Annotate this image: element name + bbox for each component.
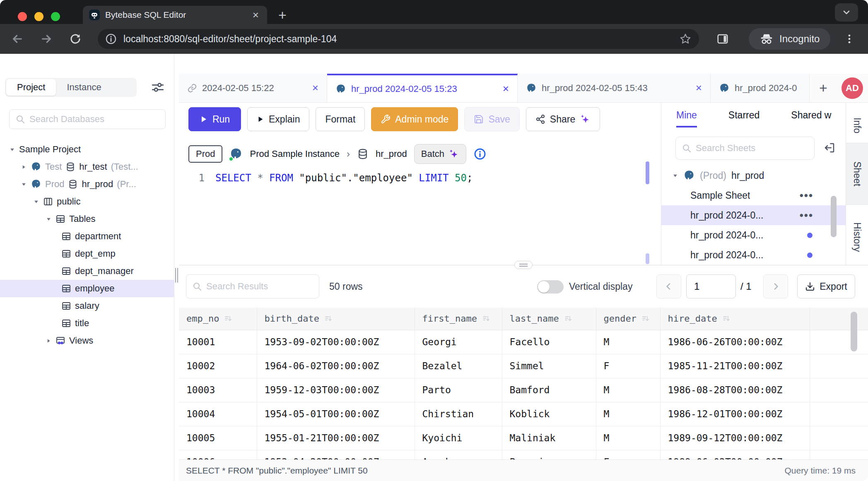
table-cell[interactable]: 10004 <box>179 402 257 426</box>
batch-button[interactable]: Batch <box>414 144 466 164</box>
side-panel-icon[interactable] <box>716 33 729 45</box>
minimize-window-button[interactable] <box>34 12 43 21</box>
splitter-drag-handle[interactable] <box>514 261 533 269</box>
prev-page-button[interactable] <box>656 274 681 298</box>
close-window-button[interactable] <box>18 12 27 21</box>
sort-icon[interactable] <box>722 315 731 323</box>
more-menu-icon[interactable]: ••• <box>800 189 813 202</box>
add-sheet-tab-button[interactable]: + <box>814 74 833 102</box>
close-sheet-tab-icon[interactable]: × <box>692 82 702 94</box>
sort-icon[interactable] <box>224 315 232 323</box>
sheet-tab-1[interactable]: 2024-02-05 15:22 × <box>179 74 327 102</box>
tab-search-button[interactable] <box>835 3 858 22</box>
site-info-icon[interactable] <box>105 33 117 45</box>
caret-down-icon[interactable] <box>21 181 27 188</box>
search-results-field[interactable] <box>206 281 313 292</box>
sheet-tab-3[interactable]: hr_prod 2024-02-05 15:43 × <box>518 74 711 102</box>
sort-icon[interactable] <box>641 315 650 323</box>
table-cell[interactable]: M <box>596 402 660 426</box>
tab-mine[interactable]: Mine <box>676 110 697 127</box>
table-cell[interactable]: Parto <box>415 378 502 402</box>
connection-info-icon[interactable] <box>473 147 487 161</box>
column-header[interactable]: birth_date <box>257 308 415 330</box>
table-cell[interactable]: 1964-06-02T00:00:00Z <box>257 354 415 378</box>
table-cell[interactable]: F <box>596 450 660 459</box>
forward-button[interactable] <box>39 31 54 46</box>
import-sheet-icon[interactable] <box>823 142 836 154</box>
sort-icon[interactable] <box>324 315 333 323</box>
tree-item-department[interactable]: department <box>0 228 174 245</box>
next-page-button[interactable] <box>763 274 788 298</box>
tree-item-test-hr-test[interactable]: Test hr_test (Test... <box>0 158 174 176</box>
caret-down-icon[interactable] <box>672 173 678 179</box>
table-cell[interactable]: 1989-06-02T00:00:00Z <box>660 450 810 459</box>
table-cell[interactable]: 10006 <box>179 450 257 459</box>
table-cell[interactable]: 10002 <box>179 354 257 378</box>
table-cell[interactable]: 1955-01-21T00:00:00Z <box>257 426 415 450</box>
table-cell[interactable]: 10005 <box>179 426 257 450</box>
tree-item-employee[interactable]: employee <box>0 280 174 297</box>
table-cell[interactable]: Preusig <box>502 450 596 459</box>
sheet-group-hr-prod[interactable]: (Prod) hr_prod <box>661 166 846 185</box>
tab-shared[interactable]: Shared w <box>791 110 831 127</box>
search-sheets-field[interactable] <box>696 143 808 154</box>
sheet-item-sample-sheet[interactable]: Sample Sheet ••• <box>661 185 846 205</box>
tree-item-dept-emp[interactable]: dept_emp <box>0 245 174 262</box>
database-name[interactable]: hr_prod <box>376 149 407 159</box>
vertical-display-toggle[interactable] <box>537 280 564 293</box>
tab-history[interactable]: History <box>846 210 868 264</box>
explain-button[interactable]: Explain <box>247 107 309 131</box>
table-cell[interactable]: Simmel <box>502 354 596 378</box>
tree-item-tables-group[interactable]: Tables <box>0 210 174 228</box>
close-sheet-tab-icon[interactable]: × <box>499 82 509 95</box>
search-results-input[interactable] <box>186 274 319 298</box>
sheet-tab-2-active[interactable]: hr_prod 2024-02-05 15:23 × <box>327 74 518 102</box>
sheet-item[interactable]: hr_prod 2024-0... <box>661 225 846 245</box>
maximize-window-button[interactable] <box>51 12 60 21</box>
sheet-item-current[interactable]: hr_prod 2024-0... ••• <box>661 205 846 225</box>
search-sheets-input[interactable] <box>675 137 815 160</box>
instance-name[interactable]: Prod Sample Instance <box>250 149 339 159</box>
tree-item-dept-manager[interactable]: dept_manager <box>0 262 174 280</box>
sort-icon[interactable] <box>564 315 572 323</box>
table-cell[interactable]: Anneke <box>415 450 502 459</box>
browser-tab[interactable]: Bytebase SQL Editor × <box>83 6 267 24</box>
table-cell[interactable]: F <box>596 354 660 378</box>
column-header[interactable]: first_name <box>415 308 502 330</box>
table-cell[interactable]: Koblick <box>502 402 596 426</box>
format-button[interactable]: Format <box>316 107 365 131</box>
table-cell[interactable]: M <box>596 426 660 450</box>
table-cell[interactable]: Chirstian <box>415 402 502 426</box>
tree-item-salary[interactable]: salary <box>0 297 174 315</box>
table-cell[interactable]: 1986-08-28T00:00:00Z <box>660 378 810 402</box>
tree-item-views-group[interactable]: Views <box>0 332 174 349</box>
avatar[interactable]: AD <box>841 77 863 99</box>
table-cell[interactable]: 10001 <box>179 330 257 354</box>
sheet-list-scrollbar-thumb[interactable] <box>831 196 837 237</box>
table-cell[interactable]: 1954-05-01T00:00:00Z <box>257 402 415 426</box>
tab-sheet[interactable]: Sheet <box>846 143 868 205</box>
table-cell[interactable]: 1986-12-01T00:00:00Z <box>660 402 810 426</box>
table-cell[interactable]: 1985-11-21T00:00:00Z <box>660 354 810 378</box>
close-tab-icon[interactable]: × <box>250 10 261 20</box>
run-button[interactable]: Run <box>188 107 241 131</box>
column-header[interactable]: emp_no <box>179 308 257 330</box>
caret-right-icon[interactable] <box>21 164 27 170</box>
back-button[interactable] <box>10 31 25 46</box>
new-tab-button[interactable]: + <box>273 6 292 24</box>
table-cell[interactable]: Georgi <box>415 330 502 354</box>
reload-button[interactable] <box>68 31 83 46</box>
table-cell[interactable]: 10003 <box>179 378 257 402</box>
url-bar[interactable]: localhost:8080/sql-editor/sheet/project-… <box>98 29 699 49</box>
close-sheet-tab-icon[interactable]: × <box>309 82 318 94</box>
tree-item-prod-hr-prod[interactable]: Prod hr_prod (Pr... <box>0 176 174 193</box>
table-cell[interactable]: 1953-09-02T00:00:00Z <box>257 330 415 354</box>
sheet-tab-4[interactable]: hr_prod 2024-0 <box>711 74 810 102</box>
table-cell[interactable]: Bezalel <box>415 354 502 378</box>
sheet-item[interactable]: hr_prod 2024-0... <box>661 245 846 265</box>
admin-mode-button[interactable]: Admin mode <box>371 107 458 131</box>
browser-menu-icon[interactable] <box>844 33 855 45</box>
table-cell[interactable]: 1953-04-20T00:00:00Z <box>257 450 415 459</box>
search-databases-input[interactable] <box>9 109 166 129</box>
sql-code-line[interactable]: 1SELECT * FROM "public"."employee" LIMIT… <box>179 172 473 184</box>
